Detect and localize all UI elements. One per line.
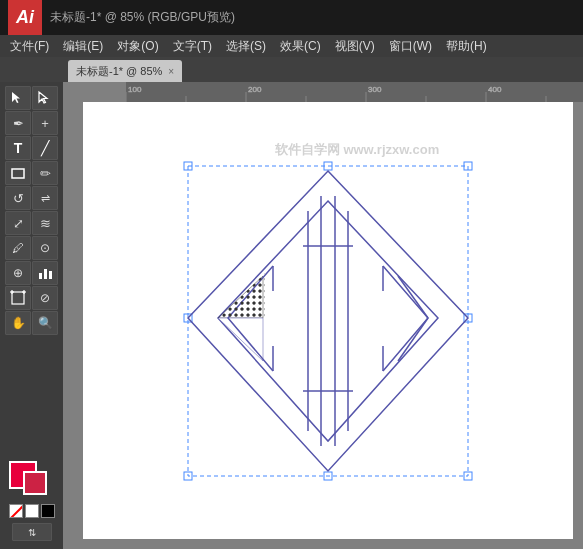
rotate-tool[interactable]: ↺ <box>5 186 31 210</box>
tab-bar: 未标题-1* @ 85% × <box>0 57 583 82</box>
slice-tool[interactable]: ⊘ <box>32 286 58 310</box>
tool-row-4: ✏ <box>5 161 58 185</box>
symbol-tool[interactable]: ⊕ <box>5 261 31 285</box>
document-canvas[interactable] <box>83 102 573 539</box>
svg-text:400: 400 <box>488 85 502 94</box>
svg-rect-0 <box>12 169 24 178</box>
menu-select[interactable]: 选择(S) <box>220 36 272 57</box>
svg-line-47 <box>398 318 428 361</box>
menu-bar: 文件(F) 编辑(E) 对象(O) 文字(T) 选择(S) 效果(C) 视图(V… <box>0 35 583 57</box>
tool-row-5: ↺ ⇌ <box>5 186 58 210</box>
title-bar: Ai 未标题-1* @ 85% (RGB/GPU预览) <box>0 0 583 35</box>
canvas-area[interactable]: 100 200 300 400 500 <box>63 82 583 549</box>
svg-text:100: 100 <box>128 85 142 94</box>
eyedropper-tool[interactable]: 🖊 <box>5 236 31 260</box>
svg-rect-3 <box>49 271 52 279</box>
tool-row-10: ✋ 🔍 <box>5 311 58 335</box>
document-tab[interactable]: 未标题-1* @ 85% × <box>68 60 182 82</box>
black-swatch[interactable] <box>41 504 55 518</box>
svg-rect-1 <box>39 273 42 279</box>
menu-file[interactable]: 文件(F) <box>4 36 55 57</box>
blend-tool[interactable]: ⊙ <box>32 236 58 260</box>
tool-row-7: 🖊 ⊙ <box>5 236 58 260</box>
tool-row-3: T ╱ <box>5 136 58 160</box>
anchor-tool[interactable]: + <box>32 111 58 135</box>
svg-marker-41 <box>218 318 263 361</box>
tool-row-6: ⤢ ≋ <box>5 211 58 235</box>
artwork <box>173 156 483 486</box>
direct-selection-tool[interactable] <box>32 86 58 110</box>
menu-window[interactable]: 窗口(W) <box>383 36 438 57</box>
app-logo: Ai <box>8 0 42 35</box>
pencil-tool[interactable]: ✏ <box>32 161 58 185</box>
top-ruler: 100 200 300 400 500 <box>126 82 583 102</box>
menu-effect[interactable]: 效果(C) <box>274 36 327 57</box>
graph-tool[interactable] <box>32 261 58 285</box>
menu-help[interactable]: 帮助(H) <box>440 36 493 57</box>
rectangle-tool[interactable] <box>5 161 31 185</box>
app-title: 未标题-1* @ 85% (RGB/GPU预览) <box>50 9 235 26</box>
scale-tool[interactable]: ⤢ <box>5 211 31 235</box>
selection-tool[interactable] <box>5 86 31 110</box>
menu-text[interactable]: 文字(T) <box>167 36 218 57</box>
reflect-tool[interactable]: ⇌ <box>32 186 58 210</box>
line-tool[interactable]: ╱ <box>32 136 58 160</box>
pen-tool[interactable]: ✒ <box>5 111 31 135</box>
fill-stroke-selector[interactable] <box>9 461 55 501</box>
type-tool[interactable]: T <box>5 136 31 160</box>
svg-text:300: 300 <box>368 85 382 94</box>
svg-rect-4 <box>12 292 24 304</box>
swatches-row <box>9 504 55 518</box>
svg-rect-2 <box>44 269 47 279</box>
artboard-tool[interactable] <box>5 286 31 310</box>
tool-row-9: ⊘ <box>5 286 58 310</box>
warp-tool[interactable]: ≋ <box>32 211 58 235</box>
tab-close-button[interactable]: × <box>168 66 174 77</box>
menu-object[interactable]: 对象(O) <box>111 36 164 57</box>
hand-tool[interactable]: ✋ <box>5 311 31 335</box>
tab-label: 未标题-1* @ 85% <box>76 64 162 79</box>
svg-line-46 <box>398 276 428 318</box>
color-area: ⇅ <box>9 461 55 545</box>
main-layout: ✒ + T ╱ ✏ ↺ ⇌ ⤢ ≋ 🖊 ⊙ ⊕ <box>0 82 583 549</box>
none-swatch[interactable] <box>9 504 23 518</box>
menu-edit[interactable]: 编辑(E) <box>57 36 109 57</box>
tool-row-1 <box>5 86 58 110</box>
svg-text:200: 200 <box>248 85 262 94</box>
svg-rect-10 <box>126 82 583 102</box>
white-swatch[interactable] <box>25 504 39 518</box>
tool-row-2: ✒ + <box>5 111 58 135</box>
svg-line-9 <box>10 505 23 518</box>
left-toolbar: ✒ + T ╱ ✏ ↺ ⇌ ⤢ ≋ 🖊 ⊙ ⊕ <box>0 82 63 549</box>
menu-view[interactable]: 视图(V) <box>329 36 381 57</box>
tool-row-8: ⊕ <box>5 261 58 285</box>
stroke-color-box[interactable] <box>23 471 47 495</box>
swap-colors-btn[interactable]: ⇅ <box>12 523 52 541</box>
svg-marker-49 <box>220 273 265 318</box>
zoom-tool[interactable]: 🔍 <box>32 311 58 335</box>
